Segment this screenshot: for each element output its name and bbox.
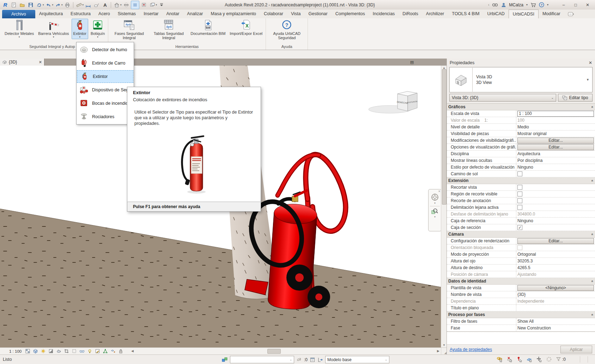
tab-sistemas[interactable]: Sistemas [114,10,140,18]
exit-design-option-icon[interactable] [317,357,323,363]
property-value[interactable]: Ortogonal [516,251,595,257]
scroll-right-icon[interactable]: ▶ [437,349,439,353]
property-value[interactable]: Medio [516,124,595,130]
reveal-hidden-elements-icon[interactable] [87,348,93,354]
property-value[interactable]: Ninguno [516,164,595,170]
app-store-cart-icon[interactable] [530,2,536,7]
menu-item-rociadores[interactable]: Rociadores [77,110,134,123]
property-value[interactable]: Ninguno [516,218,595,224]
maximize-button[interactable]: □ [571,1,580,8]
qat-thin-lines-button[interactable] [131,1,139,9]
checkbox-unchecked[interactable] [517,245,522,250]
qat-section-button[interactable] [122,1,130,9]
wheel-options-caret-icon[interactable]: ▾ [434,202,436,205]
property-value[interactable]: Independiente [516,298,595,304]
view-tab-3d[interactable]: {3D} ✕ [0,59,44,66]
active-workset-combo[interactable]: ⌄ [230,356,294,363]
background-processes-icon[interactable] [546,356,552,362]
section-collapse-icon[interactable]: « [591,106,595,108]
qat-file-doc-button[interactable] [10,1,18,9]
import-expor-excel-button[interactable]: XImport/Expor Excel [228,19,264,36]
tab-colaborar[interactable]: Colaborar [260,10,287,18]
vertical-scroll-thumb[interactable] [442,69,447,205]
user-name[interactable]: MCalza [509,2,523,7]
detector-metales-button[interactable]: Detector Metales▾ [3,19,36,39]
menu-item-extintor[interactable]: Extintor [77,70,133,83]
qat-measure-caret-icon[interactable]: ▾ [83,4,84,6]
qat-sync-caret-icon[interactable]: ▾ [43,4,44,6]
value-text[interactable]: 4265.5 [517,265,530,270]
section-collapse-icon[interactable]: « [591,233,595,235]
property-value[interactable]: 1 : 100 [516,110,595,117]
tab-urbicadsi[interactable]: UrbiCADSI [509,10,539,18]
menu-item-detector-de-humo[interactable]: Detector de humo [77,43,134,56]
property-value[interactable]: Ajustando [516,271,595,278]
tab-estructura[interactable]: Estructura [67,10,95,18]
edit-type-button[interactable]: Editar tipo [558,94,593,102]
value-button[interactable]: Editar... [517,238,594,244]
property-value[interactable]: ✓ [516,224,595,231]
value-field[interactable]: 1 : 100 [519,111,532,116]
editing-requests-icon[interactable] [296,357,302,363]
value-text[interactable]: Arquitectura [517,151,540,156]
highlight-displacement-sets-icon[interactable] [110,348,116,354]
section-header-proceso-por-fases[interactable]: Proceso por fases« [447,311,595,318]
collapse-search-icon[interactable]: ‹ [488,3,489,7]
tab-acero[interactable]: Acero [95,10,114,18]
select-links-icon[interactable] [497,356,503,362]
user-menu-caret-icon[interactable]: ▾ [526,3,528,6]
section-collapse-icon[interactable]: « [591,314,595,316]
property-value[interactable] [516,305,595,311]
tab-tools-4-bim[interactable]: TOOLS 4 BIM [448,10,483,18]
section-collapse-icon[interactable]: « [591,180,595,182]
property-value[interactable]: <Ninguno> [516,285,595,291]
design-options-dialog-icon[interactable] [310,357,315,363]
sun-path-icon[interactable] [40,348,46,354]
checkbox-unchecked[interactable] [517,192,522,196]
qat-close-hidden-button[interactable] [140,1,148,9]
section-header-c-mara[interactable]: Cámara« [447,231,595,238]
extintor-button[interactable]: Extintor▾ [72,19,88,39]
view-tab-close-icon[interactable]: ✕ [39,60,42,65]
property-value[interactable] [516,198,595,204]
qat-open-folder-button[interactable] [18,1,26,9]
dropdown-caret-icon[interactable]: ▾ [97,36,98,38]
value-text[interactable]: Medio [517,125,529,129]
type-selector[interactable]: Vista 3D 3D View ▼ [449,67,593,92]
menu-item-dispositivo-de-segur[interactable]: Dispositivo de Segur [77,83,134,97]
checkbox-unchecked[interactable] [517,198,522,203]
qat-sync-button[interactable] [35,1,43,9]
properties-close-icon[interactable]: ✕ [589,60,592,65]
tab-arquitectura[interactable]: Arquitectura [35,10,67,18]
value-button[interactable]: Editar... [517,138,594,144]
value-button[interactable]: Editar... [517,144,594,150]
navigation-bar-close-icon[interactable]: ✕ [438,190,441,193]
qat-undo-button[interactable] [45,1,53,9]
drag-on-selection-icon[interactable] [536,356,542,362]
property-value[interactable]: 4265.5 [516,265,595,271]
qat-redo-caret-icon[interactable]: ▾ [61,4,63,6]
minimize-button[interactable]: – [559,1,568,8]
apply-button[interactable]: Aplicar [560,346,592,353]
temporary-hide-isolate-icon[interactable] [79,348,85,354]
tab-anotar[interactable]: Anotar [163,10,183,18]
help-icon[interactable]: ? [539,2,544,7]
value-text[interactable]: 304800.0 [517,212,535,217]
tab-complementos[interactable]: Complementos [332,10,369,18]
select-pinned-icon[interactable] [516,356,523,362]
tab-vista[interactable]: Vista [287,10,305,18]
checkbox-unchecked[interactable] [517,185,522,190]
value-text[interactable]: Independiente [517,299,544,304]
type-selector-caret-icon[interactable]: ▼ [586,78,592,81]
section-header-gr-ficos[interactable]: Gráficos« [447,104,595,110]
section-collapse-icon[interactable]: « [591,280,595,282]
search-icon[interactable] [492,2,498,7]
horizontal-scroll-thumb[interactable] [267,349,281,354]
qat-aligned-dimension-button[interactable] [84,1,92,9]
value-text[interactable]: Ajustando [517,272,536,277]
qat-redo-button[interactable] [54,1,62,9]
steering-wheel-icon[interactable] [431,193,439,201]
view-tabs-overflow-icon[interactable]: ▤ [409,59,415,65]
floor-slab[interactable] [0,209,441,347]
tab-masa-y-emplazamiento[interactable]: Masa y emplazamiento [207,10,260,18]
